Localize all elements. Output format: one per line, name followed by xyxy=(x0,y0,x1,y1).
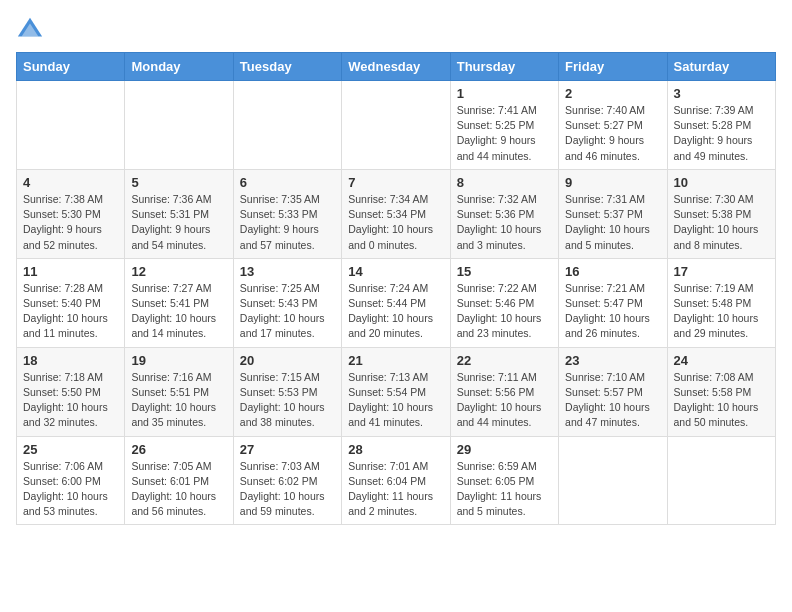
day-number: 9 xyxy=(565,175,660,190)
calendar-cell: 29Sunrise: 6:59 AMSunset: 6:05 PMDayligh… xyxy=(450,436,558,525)
calendar-cell: 28Sunrise: 7:01 AMSunset: 6:04 PMDayligh… xyxy=(342,436,450,525)
day-info: Sunrise: 7:39 AMSunset: 5:28 PMDaylight:… xyxy=(674,103,769,164)
calendar-cell: 22Sunrise: 7:11 AMSunset: 5:56 PMDayligh… xyxy=(450,347,558,436)
calendar-cell xyxy=(17,81,125,170)
day-info: Sunrise: 7:41 AMSunset: 5:25 PMDaylight:… xyxy=(457,103,552,164)
day-info: Sunrise: 7:19 AMSunset: 5:48 PMDaylight:… xyxy=(674,281,769,342)
calendar-week-3: 11Sunrise: 7:28 AMSunset: 5:40 PMDayligh… xyxy=(17,258,776,347)
column-header-thursday: Thursday xyxy=(450,53,558,81)
day-number: 16 xyxy=(565,264,660,279)
day-number: 3 xyxy=(674,86,769,101)
day-number: 14 xyxy=(348,264,443,279)
day-info: Sunrise: 7:27 AMSunset: 5:41 PMDaylight:… xyxy=(131,281,226,342)
calendar-cell: 2Sunrise: 7:40 AMSunset: 5:27 PMDaylight… xyxy=(559,81,667,170)
day-info: Sunrise: 7:32 AMSunset: 5:36 PMDaylight:… xyxy=(457,192,552,253)
day-number: 10 xyxy=(674,175,769,190)
day-info: Sunrise: 7:01 AMSunset: 6:04 PMDaylight:… xyxy=(348,459,443,520)
calendar-week-5: 25Sunrise: 7:06 AMSunset: 6:00 PMDayligh… xyxy=(17,436,776,525)
day-number: 7 xyxy=(348,175,443,190)
calendar-cell: 12Sunrise: 7:27 AMSunset: 5:41 PMDayligh… xyxy=(125,258,233,347)
day-info: Sunrise: 7:16 AMSunset: 5:51 PMDaylight:… xyxy=(131,370,226,431)
calendar-cell: 16Sunrise: 7:21 AMSunset: 5:47 PMDayligh… xyxy=(559,258,667,347)
calendar-cell: 15Sunrise: 7:22 AMSunset: 5:46 PMDayligh… xyxy=(450,258,558,347)
calendar-cell: 1Sunrise: 7:41 AMSunset: 5:25 PMDaylight… xyxy=(450,81,558,170)
day-info: Sunrise: 7:30 AMSunset: 5:38 PMDaylight:… xyxy=(674,192,769,253)
calendar-cell xyxy=(125,81,233,170)
calendar-cell: 21Sunrise: 7:13 AMSunset: 5:54 PMDayligh… xyxy=(342,347,450,436)
day-number: 26 xyxy=(131,442,226,457)
day-info: Sunrise: 7:31 AMSunset: 5:37 PMDaylight:… xyxy=(565,192,660,253)
day-info: Sunrise: 7:08 AMSunset: 5:58 PMDaylight:… xyxy=(674,370,769,431)
day-number: 29 xyxy=(457,442,552,457)
logo xyxy=(16,16,48,44)
day-number: 25 xyxy=(23,442,118,457)
day-info: Sunrise: 7:03 AMSunset: 6:02 PMDaylight:… xyxy=(240,459,335,520)
calendar-cell xyxy=(342,81,450,170)
day-number: 15 xyxy=(457,264,552,279)
day-number: 6 xyxy=(240,175,335,190)
calendar-cell: 9Sunrise: 7:31 AMSunset: 5:37 PMDaylight… xyxy=(559,169,667,258)
day-info: Sunrise: 7:34 AMSunset: 5:34 PMDaylight:… xyxy=(348,192,443,253)
calendar-cell xyxy=(559,436,667,525)
day-info: Sunrise: 7:22 AMSunset: 5:46 PMDaylight:… xyxy=(457,281,552,342)
calendar-cell: 13Sunrise: 7:25 AMSunset: 5:43 PMDayligh… xyxy=(233,258,341,347)
calendar-cell: 14Sunrise: 7:24 AMSunset: 5:44 PMDayligh… xyxy=(342,258,450,347)
calendar: SundayMondayTuesdayWednesdayThursdayFrid… xyxy=(16,52,776,525)
calendar-week-2: 4Sunrise: 7:38 AMSunset: 5:30 PMDaylight… xyxy=(17,169,776,258)
day-info: Sunrise: 7:15 AMSunset: 5:53 PMDaylight:… xyxy=(240,370,335,431)
page-header xyxy=(16,16,776,44)
calendar-header-row: SundayMondayTuesdayWednesdayThursdayFrid… xyxy=(17,53,776,81)
day-number: 18 xyxy=(23,353,118,368)
calendar-cell: 4Sunrise: 7:38 AMSunset: 5:30 PMDaylight… xyxy=(17,169,125,258)
day-number: 19 xyxy=(131,353,226,368)
day-info: Sunrise: 7:25 AMSunset: 5:43 PMDaylight:… xyxy=(240,281,335,342)
day-number: 27 xyxy=(240,442,335,457)
calendar-cell: 26Sunrise: 7:05 AMSunset: 6:01 PMDayligh… xyxy=(125,436,233,525)
day-number: 22 xyxy=(457,353,552,368)
day-info: Sunrise: 7:40 AMSunset: 5:27 PMDaylight:… xyxy=(565,103,660,164)
day-number: 8 xyxy=(457,175,552,190)
day-info: Sunrise: 7:21 AMSunset: 5:47 PMDaylight:… xyxy=(565,281,660,342)
calendar-cell: 27Sunrise: 7:03 AMSunset: 6:02 PMDayligh… xyxy=(233,436,341,525)
calendar-cell: 11Sunrise: 7:28 AMSunset: 5:40 PMDayligh… xyxy=(17,258,125,347)
column-header-saturday: Saturday xyxy=(667,53,775,81)
day-number: 2 xyxy=(565,86,660,101)
day-info: Sunrise: 7:11 AMSunset: 5:56 PMDaylight:… xyxy=(457,370,552,431)
calendar-cell: 25Sunrise: 7:06 AMSunset: 6:00 PMDayligh… xyxy=(17,436,125,525)
day-info: Sunrise: 7:13 AMSunset: 5:54 PMDaylight:… xyxy=(348,370,443,431)
day-number: 23 xyxy=(565,353,660,368)
calendar-week-1: 1Sunrise: 7:41 AMSunset: 5:25 PMDaylight… xyxy=(17,81,776,170)
day-info: Sunrise: 7:18 AMSunset: 5:50 PMDaylight:… xyxy=(23,370,118,431)
calendar-cell: 24Sunrise: 7:08 AMSunset: 5:58 PMDayligh… xyxy=(667,347,775,436)
day-number: 13 xyxy=(240,264,335,279)
column-header-sunday: Sunday xyxy=(17,53,125,81)
calendar-cell xyxy=(667,436,775,525)
calendar-cell: 19Sunrise: 7:16 AMSunset: 5:51 PMDayligh… xyxy=(125,347,233,436)
calendar-cell: 8Sunrise: 7:32 AMSunset: 5:36 PMDaylight… xyxy=(450,169,558,258)
column-header-tuesday: Tuesday xyxy=(233,53,341,81)
calendar-cell: 6Sunrise: 7:35 AMSunset: 5:33 PMDaylight… xyxy=(233,169,341,258)
day-number: 20 xyxy=(240,353,335,368)
day-number: 24 xyxy=(674,353,769,368)
column-header-wednesday: Wednesday xyxy=(342,53,450,81)
day-info: Sunrise: 7:24 AMSunset: 5:44 PMDaylight:… xyxy=(348,281,443,342)
day-number: 11 xyxy=(23,264,118,279)
day-info: Sunrise: 7:05 AMSunset: 6:01 PMDaylight:… xyxy=(131,459,226,520)
day-number: 12 xyxy=(131,264,226,279)
day-info: Sunrise: 7:06 AMSunset: 6:00 PMDaylight:… xyxy=(23,459,118,520)
column-header-friday: Friday xyxy=(559,53,667,81)
calendar-cell: 17Sunrise: 7:19 AMSunset: 5:48 PMDayligh… xyxy=(667,258,775,347)
calendar-cell: 18Sunrise: 7:18 AMSunset: 5:50 PMDayligh… xyxy=(17,347,125,436)
calendar-cell: 10Sunrise: 7:30 AMSunset: 5:38 PMDayligh… xyxy=(667,169,775,258)
day-info: Sunrise: 7:28 AMSunset: 5:40 PMDaylight:… xyxy=(23,281,118,342)
day-info: Sunrise: 7:36 AMSunset: 5:31 PMDaylight:… xyxy=(131,192,226,253)
day-number: 17 xyxy=(674,264,769,279)
calendar-cell: 7Sunrise: 7:34 AMSunset: 5:34 PMDaylight… xyxy=(342,169,450,258)
day-number: 4 xyxy=(23,175,118,190)
day-info: Sunrise: 7:35 AMSunset: 5:33 PMDaylight:… xyxy=(240,192,335,253)
day-number: 28 xyxy=(348,442,443,457)
day-info: Sunrise: 7:38 AMSunset: 5:30 PMDaylight:… xyxy=(23,192,118,253)
calendar-cell: 23Sunrise: 7:10 AMSunset: 5:57 PMDayligh… xyxy=(559,347,667,436)
day-number: 5 xyxy=(131,175,226,190)
day-number: 21 xyxy=(348,353,443,368)
